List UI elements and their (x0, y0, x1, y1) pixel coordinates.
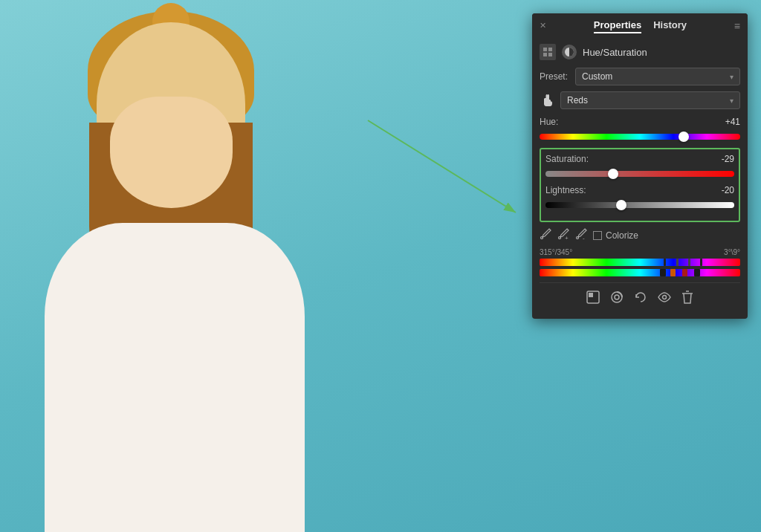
saturation-track (545, 171, 734, 177)
output-bar-container (540, 269, 740, 276)
reset-button[interactable] (634, 291, 647, 304)
tab-properties[interactable]: Properties (594, 18, 641, 33)
hue-section: Hue: +41 (540, 117, 740, 143)
lightness-label: Lightness: (545, 185, 586, 195)
colorize-checkbox[interactable] (593, 231, 602, 240)
person-face (110, 97, 233, 208)
range-marker-4 (700, 259, 702, 266)
range-marker-3 (688, 259, 690, 266)
mask-button[interactable] (586, 291, 600, 304)
hue-label: Hue: (540, 117, 558, 127)
eyedropper-add-button[interactable]: + (557, 228, 569, 242)
output-color-bar (540, 269, 740, 276)
preset-label: Preset: (540, 71, 571, 82)
svg-point-8 (559, 237, 561, 239)
svg-text:-: - (583, 235, 585, 240)
preset-chevron: ▾ (730, 73, 734, 81)
output-marker-red (682, 269, 687, 276)
svg-point-16 (663, 296, 667, 299)
person-body (45, 223, 305, 532)
lightness-track (545, 202, 734, 208)
input-bar-container (540, 259, 740, 266)
bottom-toolbar (540, 282, 740, 311)
hue-slider[interactable] (540, 130, 740, 143)
visibility-cycle-button[interactable] (610, 291, 624, 304)
saturation-section: Saturation: -29 (545, 154, 734, 181)
preset-row: Preset: Custom ▾ (540, 68, 740, 85)
hue-label-row: Hue: +41 (540, 117, 740, 127)
eyedropper-button[interactable] (540, 228, 551, 242)
saturation-slider[interactable] (545, 167, 734, 181)
channel-row: Reds ▾ (540, 91, 740, 109)
panel-titlebar: ✕ Properties History ≡ (532, 13, 748, 38)
channel-select[interactable]: Reds ▾ (560, 91, 740, 109)
layer-title: Hue/Saturation (583, 47, 647, 58)
range-marker-1 (664, 259, 666, 266)
hand-tool-icon[interactable] (540, 92, 556, 108)
colorize-text: Colorize (606, 230, 638, 241)
svg-point-7 (541, 237, 543, 239)
svg-rect-4 (543, 53, 547, 56)
lightness-label-row: Lightness: -20 (545, 185, 734, 195)
colorize-label: Colorize (593, 230, 638, 241)
output-marker-orange (670, 269, 676, 276)
lightness-value: -20 (722, 185, 734, 195)
range-right-label: 3°\9° (724, 248, 740, 256)
hue-track (540, 134, 740, 140)
saturation-thumb[interactable] (608, 169, 618, 179)
svg-rect-3 (548, 48, 552, 51)
hue-thumb[interactable] (679, 132, 689, 142)
panel-menu-icon[interactable]: ≡ (734, 20, 740, 32)
svg-text:+: + (565, 235, 569, 240)
panel-tabs: Properties History (594, 18, 687, 33)
output-marker-dark2 (694, 269, 700, 276)
lightness-section: Lightness: -20 (545, 185, 734, 212)
svg-rect-2 (543, 48, 547, 51)
range-left-label: 315°/345° (540, 248, 572, 256)
saturation-label-row: Saturation: -29 (545, 154, 734, 164)
channel-value: Reds (567, 95, 588, 106)
output-marker-dark1 (660, 269, 666, 276)
lightness-slider[interactable] (545, 198, 734, 212)
tab-history[interactable]: History (653, 18, 687, 33)
delete-button[interactable] (681, 291, 693, 304)
saturation-value: -29 (722, 154, 734, 164)
layer-grid-icon (540, 44, 556, 60)
properties-panel: ✕ Properties History ≡ (532, 13, 748, 319)
channel-chevron: ▾ (730, 97, 734, 105)
close-button[interactable]: ✕ (540, 21, 546, 30)
preset-value: Custom (582, 71, 612, 82)
layer-icon-row: Hue/Saturation (540, 44, 740, 60)
lightness-thumb[interactable] (616, 200, 626, 210)
eye-visibility-button[interactable] (658, 291, 671, 304)
svg-rect-5 (548, 53, 552, 56)
highlighted-adjustments: Saturation: -29 Lightness: -20 (540, 148, 740, 222)
svg-rect-13 (589, 293, 593, 297)
color-range-labels: 315°/345° 3°\9° (540, 248, 740, 256)
preset-select[interactable]: Custom ▾ (575, 68, 740, 85)
svg-point-15 (615, 295, 619, 299)
saturation-label: Saturation: (545, 154, 589, 164)
range-marker-2 (676, 259, 679, 266)
panel-body: Hue/Saturation Preset: Custom ▾ Reds ▾ (532, 38, 748, 319)
eyedropper-row: + - Colorize (540, 228, 740, 242)
layer-circle-icon (562, 45, 577, 59)
eyedropper-subtract-button[interactable]: - (575, 228, 587, 242)
hue-value: +41 (725, 117, 740, 127)
input-color-bar (540, 259, 740, 266)
svg-point-10 (577, 237, 579, 239)
